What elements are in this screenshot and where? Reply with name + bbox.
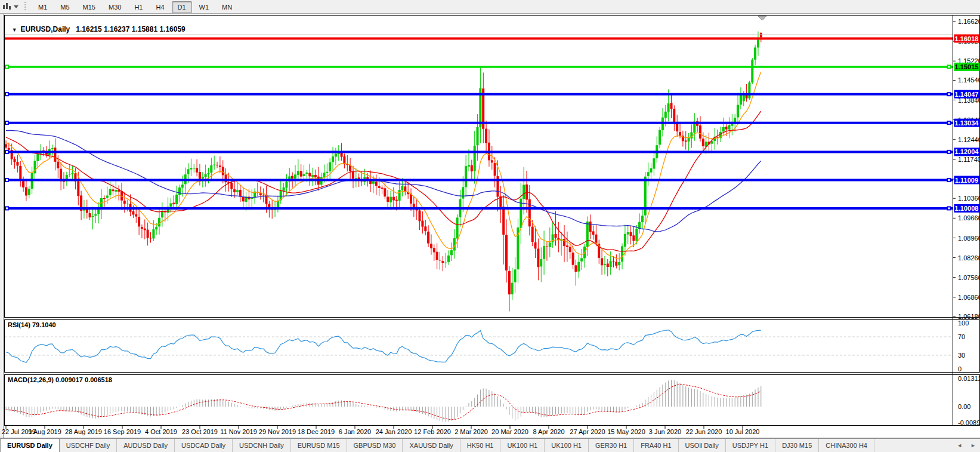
macd-label: MACD(12,26,9) 0.009017 0.006518 [8,376,112,383]
svg-text:9 Aug 2019: 9 Aug 2019 [28,428,61,435]
svg-text:3 Jun 2020: 3 Jun 2020 [649,428,681,435]
svg-text:24 Jan 2020: 24 Jan 2020 [376,428,412,435]
chart-tab-fra40-h1[interactable]: FRA40 H1 [634,439,678,452]
chart-tab-xauusd-daily[interactable]: XAUUSD Daily [403,439,460,452]
svg-text:0: 0 [958,365,962,373]
svg-text:1.12004: 1.12004 [955,148,979,155]
svg-text:1.16620: 1.16620 [958,18,980,25]
chart-tab-usdchf-daily[interactable]: USDCHF Daily [60,439,117,452]
chart-tab-china300-h4[interactable]: CHINA300 H4 [819,439,874,452]
svg-text:1.14047: 1.14047 [955,91,979,98]
tabs-scroll-left-icon[interactable]: ◄ [953,439,966,452]
svg-text:-0.008933: -0.008933 [958,419,980,426]
chart-title-symbol: EURUSD,Daily [21,25,70,33]
svg-text:0.00: 0.00 [958,403,970,410]
svg-text:2 Mar 2020: 2 Mar 2020 [455,428,488,435]
chart-tab-ger30-h1[interactable]: GER30 H1 [589,439,634,452]
chart-tab-eurusd-daily[interactable]: EURUSD Daily [0,439,60,452]
chart-title: ▼EURUSD,Daily1.16215 1.16237 1.15881 1.1… [8,17,186,33]
chart-window-frame [0,14,980,438]
svg-text:0.013121: 0.013121 [958,375,980,382]
svg-text:20 Mar 2020: 20 Mar 2020 [491,428,528,435]
svg-text:8 Apr 2020: 8 Apr 2020 [533,428,564,435]
svg-text:100: 100 [958,319,969,327]
svg-text:12 Feb 2020: 12 Feb 2020 [414,428,451,435]
svg-text:1.12440: 1.12440 [958,136,980,143]
chart-tab-usdcnh-daily[interactable]: USDCNH Daily [233,439,291,452]
svg-text:18 Dec 2019: 18 Dec 2019 [298,428,335,435]
chart-tab-usdcad-daily[interactable]: USDCAD Daily [175,439,233,452]
svg-text:1.07560: 1.07560 [958,274,980,281]
chart-tab-audusd-daily[interactable]: AUDUSD Daily [117,439,175,452]
svg-text:1.09660: 1.09660 [958,214,980,222]
svg-text:28 Aug 2019: 28 Aug 2019 [65,428,102,435]
svg-text:1.08960: 1.08960 [958,235,980,242]
tabs-spacer [874,439,953,452]
svg-text:1.06860: 1.06860 [958,294,980,301]
chart-canvas[interactable]: 1.166201.159201.152201.145401.138401.131… [0,0,980,452]
chart-tab-gbpusd-m30[interactable]: GBPUSD M30 [347,439,403,452]
svg-text:10 Jul 2020: 10 Jul 2020 [726,428,760,435]
chart-menu-icon[interactable]: ▼ [12,27,17,33]
svg-text:1.14540: 1.14540 [958,76,980,84]
chart-title-ohlc: 1.16215 1.16237 1.15881 1.16059 [76,25,186,33]
svg-text:1.08260: 1.08260 [958,254,980,262]
chart-tab-usdjpy-h1[interactable]: USDJPY H1 [726,439,775,452]
svg-text:4 Oct 2019: 4 Oct 2019 [145,428,177,435]
svg-text:11 Nov 2019: 11 Nov 2019 [220,428,257,435]
svg-text:1.11009: 1.11009 [955,177,978,184]
svg-text:29 Nov 2019: 29 Nov 2019 [259,428,296,435]
tabs-scroll-right-icon[interactable]: ► [966,439,980,452]
chart-tabs: EURUSD DailyUSDCHF DailyAUDUSD DailyUSDC… [0,439,874,452]
rsi-label: RSI(14) 79.1040 [8,321,56,328]
svg-text:1.13034: 1.13034 [955,119,979,127]
svg-text:16 Sep 2019: 16 Sep 2019 [104,428,141,435]
chart-tab-uk100-h1[interactable]: UK100 H1 [545,439,589,452]
svg-text:15 May 2020: 15 May 2020 [607,428,645,435]
chart-tab-dj30-m15[interactable]: DJ30 M15 [775,439,819,452]
svg-text:6 Jan 2020: 6 Jan 2020 [339,428,371,435]
svg-text:1.11740: 1.11740 [958,156,980,163]
svg-text:22 Jun 2020: 22 Jun 2020 [686,428,722,435]
svg-text:1.10360: 1.10360 [958,195,980,202]
svg-text:27 Apr 2020: 27 Apr 2020 [570,428,605,435]
chart-tab-eurusd-m15[interactable]: EURUSD M15 [291,439,347,452]
chart-tab-hk50-h1[interactable]: HK50 H1 [460,439,501,452]
svg-text:70: 70 [958,333,965,340]
chart-tab-uk100-h1[interactable]: UK100 H1 [500,439,545,452]
chart-tabs-bar: EURUSD DailyUSDCHF DailyAUDUSD DailyUSDC… [0,438,980,452]
svg-text:1.15015: 1.15015 [955,63,979,70]
svg-text:23 Oct 2019: 23 Oct 2019 [182,428,218,435]
svg-text:1.10008: 1.10008 [955,205,979,212]
svg-text:30: 30 [958,352,965,359]
svg-text:1.16018: 1.16018 [955,35,979,42]
chart-tab-usoil-daily[interactable]: USOil Daily [679,439,726,452]
